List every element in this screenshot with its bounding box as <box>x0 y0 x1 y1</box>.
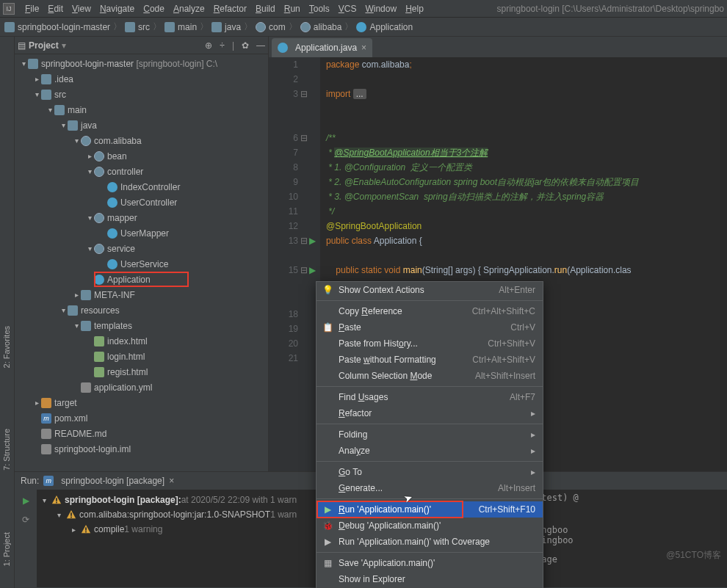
navigation-bar: springboot-login-master〉src〉main〉java〉co… <box>0 18 727 37</box>
breadcrumb-item[interactable]: java <box>211 22 241 32</box>
run-gutter-icon[interactable]: ▶ <box>309 263 316 277</box>
menu-item[interactable]: 📋PasteCtrl+V <box>317 319 543 335</box>
menu-item[interactable]: Paste without FormattingCtrl+Alt+Shift+V <box>317 352 543 368</box>
tree-metainf[interactable]: ▸META-INF <box>15 287 268 302</box>
tree-pkg[interactable]: ▾com.alibaba <box>15 133 268 148</box>
menu-run[interactable]: Run <box>280 2 305 15</box>
watermark: @51CTO博客 <box>666 549 721 562</box>
menu-window[interactable]: Window <box>361 2 401 15</box>
menu-edit[interactable]: Edit <box>43 2 68 15</box>
tree-iml[interactable]: springboot-login.iml <box>15 441 268 457</box>
menu-refactor[interactable]: Refactor <box>209 2 251 15</box>
editor-tab-label: Application.java <box>295 43 357 53</box>
tree-idea[interactable]: ▸.idea <box>15 71 268 87</box>
context-menu: 💡Show Context ActionsAlt+EnterCopy Refer… <box>316 281 543 588</box>
class-icon <box>278 43 288 53</box>
settings-icon[interactable]: ✿ <box>242 40 249 51</box>
svg-rect-5 <box>70 517 72 518</box>
tree-usermapper[interactable]: UserMapper <box>15 225 268 241</box>
tree-indexcontroller[interactable]: IndexController <box>15 179 268 195</box>
menu-item[interactable]: 🐞Debug 'Application.main()' <box>317 518 543 534</box>
menu-item[interactable]: ▦Save 'Application.main()' <box>317 555 543 571</box>
run-toolbar: ▶ ⟳ <box>15 490 37 587</box>
editor-tabs: Application.java × <box>269 37 727 57</box>
menu-view[interactable]: View <box>68 2 95 15</box>
stop-icon[interactable]: ⟳ <box>19 513 32 526</box>
tool-structure-tab[interactable]: 7: Structure <box>2 429 11 471</box>
tree-loginhtml[interactable]: login.html <box>15 349 268 364</box>
tree-service[interactable]: ▾service <box>15 241 268 256</box>
tree-resources[interactable]: ▾resources <box>15 302 268 318</box>
project-tool-window: ▤ Project ▾ ⊕ ÷ | ✿ — ▾springboot-login-… <box>15 37 269 471</box>
tree-target[interactable]: ▸target <box>15 395 268 410</box>
menu-tools[interactable]: Tools <box>305 2 334 15</box>
tool-favorites-tab[interactable]: 2: Favorites <box>2 326 11 368</box>
menu-item[interactable]: 💡Show Context ActionsAlt+Enter <box>317 282 543 298</box>
menu-bar: IJ FileEditViewNavigateCodeAnalyzeRefact… <box>0 0 727 18</box>
maven-icon: m <box>43 476 54 486</box>
close-tab-icon[interactable]: × <box>361 43 366 53</box>
tree-pom[interactable]: mpom.xml <box>15 410 268 426</box>
tree-templates[interactable]: ▾templates <box>15 318 268 333</box>
svg-rect-8 <box>85 531 87 533</box>
menu-item[interactable]: Folding▸ <box>317 427 543 443</box>
tree-java[interactable]: ▾java <box>15 117 268 133</box>
editor-gutter: 1236789101112131518192021 ⊟ ⊟ ▶ ⊟ ▶ ⊟ <box>269 57 320 471</box>
menu-item[interactable]: Refactor▸ <box>317 405 543 421</box>
svg-rect-7 <box>85 527 87 530</box>
breadcrumb-item[interactable]: com <box>256 22 286 32</box>
app-logo-icon: IJ <box>3 3 15 15</box>
menu-item[interactable]: Analyze▸ <box>317 443 543 459</box>
svg-rect-1 <box>56 498 57 501</box>
breadcrumb-item[interactable]: main <box>164 22 197 32</box>
svg-rect-2 <box>56 502 57 504</box>
run-config-name[interactable]: springboot-login [package] <box>61 476 164 486</box>
menu-item[interactable]: ▶Run 'Application.main()' with Coverage <box>317 534 543 550</box>
tree-main[interactable]: ▾main <box>15 102 268 117</box>
svg-rect-4 <box>70 512 72 515</box>
tree-root[interactable]: ▾springboot-login-master [springboot-log… <box>15 56 268 71</box>
menu-item[interactable]: Copy ReferenceCtrl+Alt+Shift+C <box>317 303 543 319</box>
breadcrumb-item[interactable]: Application <box>356 22 413 32</box>
hide-icon[interactable]: — <box>256 40 265 51</box>
project-tree[interactable]: ▾springboot-login-master [springboot-log… <box>15 54 268 471</box>
menu-item[interactable]: Show in Explorer <box>317 571 543 587</box>
tree-registhtml[interactable]: regist.html <box>15 364 268 380</box>
project-view-title[interactable]: Project <box>29 40 59 51</box>
tree-appyml[interactable]: application.yml <box>15 380 268 395</box>
close-icon[interactable]: × <box>169 476 174 486</box>
tree-indexhtml[interactable]: index.html <box>15 333 268 349</box>
tool-window-strip-left: 2: Favorites 7: Structure 1: Project <box>0 37 15 588</box>
menu-item[interactable]: Find UsagesAlt+F7 <box>317 389 543 405</box>
menu-file[interactable]: File <box>21 2 43 15</box>
tree-controller[interactable]: ▾controller <box>15 164 268 179</box>
breadcrumb-item[interactable]: alibaba <box>300 22 342 32</box>
tree-userservice[interactable]: UserService <box>15 256 268 272</box>
tree-src[interactable]: ▾src <box>15 87 268 102</box>
run-gutter-icon[interactable]: ▶ <box>309 233 316 248</box>
menu-navigate[interactable]: Navigate <box>95 2 139 15</box>
scroll-icon[interactable]: ÷ <box>220 40 225 51</box>
menu-code[interactable]: Code <box>139 2 169 15</box>
tree-readme[interactable]: README.md <box>15 426 268 441</box>
tool-project-tab[interactable]: 1: Project <box>2 532 11 566</box>
run-label: Run: <box>21 476 39 486</box>
menu-item[interactable]: Column Selection ModeAlt+Shift+Insert <box>317 368 543 384</box>
breadcrumb-item[interactable]: springboot-login-master <box>4 22 110 32</box>
menu-analyze[interactable]: Analyze <box>169 2 209 15</box>
tree-application-class[interactable]: Application <box>15 272 268 287</box>
tree-usercontroller[interactable]: UserController <box>15 195 268 210</box>
menu-build[interactable]: Build <box>251 2 280 15</box>
menu-item[interactable]: ▶Run 'Application.main()'Ctrl+Shift+F10 <box>317 501 543 518</box>
menu-vcs[interactable]: VCS <box>334 2 361 15</box>
menu-item[interactable]: Generate...Alt+Insert <box>317 480 543 496</box>
menu-item[interactable]: Go To▸ <box>317 464 543 480</box>
tree-bean[interactable]: ▸bean <box>15 148 268 164</box>
tree-mapper[interactable]: ▾mapper <box>15 210 268 225</box>
menu-help[interactable]: Help <box>401 2 428 15</box>
rerun-icon[interactable]: ▶ <box>19 494 32 507</box>
locate-icon[interactable]: ⊕ <box>205 40 212 51</box>
menu-item[interactable]: Paste from History...Ctrl+Shift+V <box>317 335 543 352</box>
editor-tab-application[interactable]: Application.java × <box>272 38 372 57</box>
breadcrumb-item[interactable]: src <box>125 22 150 32</box>
